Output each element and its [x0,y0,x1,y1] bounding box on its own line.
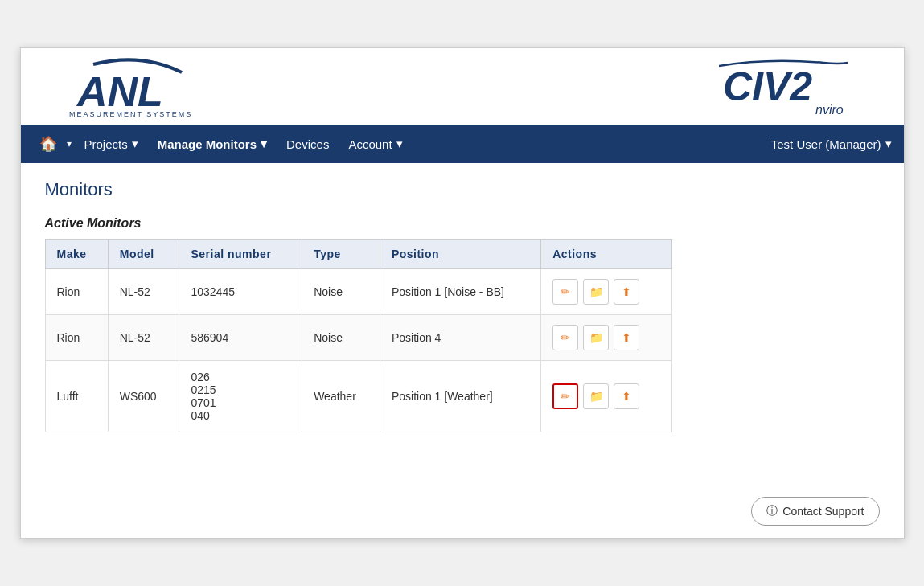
cell-make: Lufft [45,361,108,432]
cell-type: Weather [302,361,380,432]
nav-devices-label: Devices [286,137,329,151]
svg-text:MEASUREMENT SYSTEMS: MEASUREMENT SYSTEMS [69,110,192,117]
table-header-row: Make Model Serial number Type Position A… [45,240,671,269]
table-row: Rion NL-52 1032445 Noise Position 1 [Noi… [45,269,671,315]
nav-devices[interactable]: Devices [277,137,339,151]
folder-button[interactable]: 📁 [583,325,609,350]
upload-button[interactable]: ⬆ [614,279,639,305]
cell-serial: 1032445 [179,269,302,315]
cell-model: NL-52 [108,269,179,315]
cell-type: Noise [302,269,380,315]
col-position: Position [380,240,540,269]
col-serial: Serial number [179,240,302,269]
folder-button[interactable]: 📁 [583,279,609,305]
nav-manage-monitors[interactable]: Manage Monitors ▾ [148,137,277,151]
nav-manage-monitors-label: Manage Monitors [158,137,257,151]
cell-position: Position 4 [380,315,540,361]
col-type: Type [302,240,380,269]
edit-button-highlighted[interactable]: ✏ [552,383,578,409]
info-icon: ⓘ [766,504,778,518]
cell-serial: 02602150701040 [179,361,302,432]
nav-projects[interactable]: Projects ▾ [75,137,148,151]
anl-logo: ANL MEASUREMENT SYSTEMS [45,56,206,117]
home-button[interactable]: 🏠 [33,135,64,153]
edit-button[interactable]: ✏ [552,325,578,350]
nav-bar: 🏠 ▾ Projects ▾ Manage Monitors ▾ Devices… [21,125,904,163]
cell-position: Position 1 [Weather] [380,361,540,432]
contact-support-button[interactable]: ⓘ Contact Support [751,497,879,526]
table-row: Rion NL-52 586904 Noise Position 4 ✏ 📁 ⬆ [45,315,671,361]
folder-button[interactable]: 📁 [583,383,609,409]
upload-button[interactable]: ⬆ [614,325,639,350]
nav-manage-monitors-chevron-icon: ▾ [261,137,267,151]
svg-text:ANL: ANL [76,68,163,115]
cell-actions: ✏ 📁 ⬆ [541,315,671,361]
cell-model: WS600 [108,361,179,432]
nav-account-chevron-icon: ▾ [396,137,403,151]
nav-user-chevron-icon: ▾ [885,137,892,151]
col-actions: Actions [541,240,671,269]
footer: ⓘ Contact Support [21,485,904,538]
nav-account[interactable]: Account ▾ [339,137,412,151]
svg-text:CIV2: CIV2 [723,64,812,109]
cell-type: Noise [302,315,380,361]
upload-button[interactable]: ⬆ [614,383,639,409]
cell-make: Rion [45,315,108,361]
nav-projects-label: Projects [84,137,128,151]
col-model: Model [108,240,179,269]
col-make: Make [45,240,108,269]
nav-account-label: Account [348,137,392,151]
svg-text:nviro: nviro [815,103,844,117]
cell-make: Rion [45,269,108,315]
civ2-logo: CIV2 nviro [719,56,880,117]
nav-user[interactable]: Test User (Manager) ▾ [771,137,892,151]
section-title: Active Monitors [45,216,880,231]
table-row: Lufft WS600 02602150701040 Weather Posit… [45,361,671,432]
cell-actions: ✏ 📁 ⬆ [541,269,671,315]
cell-position: Position 1 [Noise - BB] [380,269,540,315]
nav-projects-chevron-icon: ▾ [132,137,138,151]
nav-user-label: Test User (Manager) [771,137,881,151]
logo-bar: ANL MEASUREMENT SYSTEMS CIV2 nviro [21,48,904,125]
page-title: Monitors [45,179,880,200]
cell-actions: ✏ 📁 ⬆ [541,361,671,432]
home-chevron-icon[interactable]: ▾ [64,138,75,150]
cell-serial: 586904 [179,315,302,361]
content-area: Monitors Active Monitors Make Model Seri… [21,163,904,485]
edit-button[interactable]: ✏ [552,279,578,305]
cell-model: NL-52 [108,315,179,361]
monitors-table: Make Model Serial number Type Position A… [45,239,672,432]
contact-support-label: Contact Support [782,505,864,518]
